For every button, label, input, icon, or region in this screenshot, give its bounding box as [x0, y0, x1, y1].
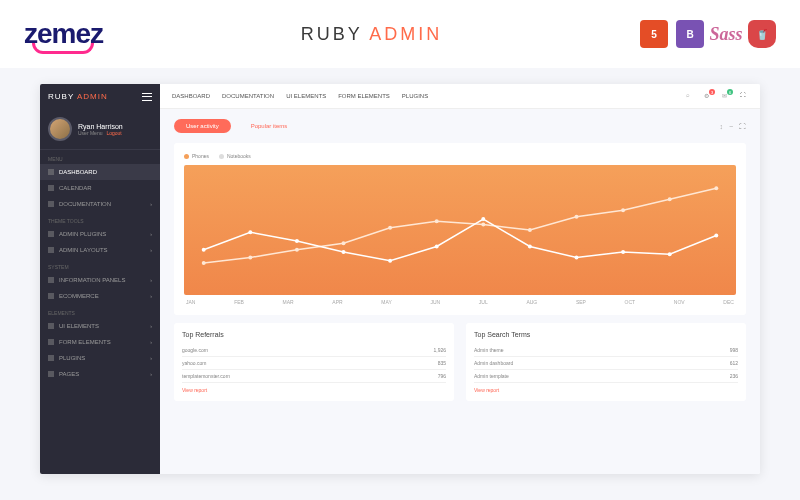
user-block[interactable]: Ryan Harrison User MenuLogout: [40, 109, 160, 150]
app-logo: RUBY ADMIN: [48, 92, 108, 101]
nav-icon: [48, 201, 54, 207]
nav-icon: [48, 293, 54, 299]
x-tick: MAR: [283, 299, 294, 305]
content-area: User activity Popular items ↕ − ⛶ Phones…: [160, 109, 760, 474]
nav-icon: [48, 231, 54, 237]
card-expand-icon[interactable]: ⛶: [739, 123, 746, 130]
table-row: templatemonster.com796: [182, 370, 446, 383]
svg-point-4: [388, 226, 392, 230]
sidebar-item-ecommerce[interactable]: ECOMMERCE›: [40, 288, 160, 304]
chevron-right-icon: ›: [150, 355, 152, 361]
sidebar-item-plugins[interactable]: PLUGINS›: [40, 350, 160, 366]
sidebar-item-admin-plugins[interactable]: ADMIN PLUGINS›: [40, 226, 160, 242]
table-row: Admin template236: [474, 370, 738, 383]
topnav-item-dashboard[interactable]: DASHBOARD: [172, 93, 210, 99]
svg-point-15: [342, 250, 346, 254]
chart-card: Phones Notebooks JANFEBMARAPRMAYJUNJULAU…: [174, 143, 746, 315]
chevron-right-icon: ›: [150, 293, 152, 299]
x-tick: JAN: [186, 299, 195, 305]
svg-point-2: [295, 248, 299, 252]
svg-point-14: [295, 239, 299, 243]
svg-point-16: [388, 259, 392, 263]
x-axis: JANFEBMARAPRMAYJUNJULAUGSEPOCTNOVDEC: [184, 295, 736, 305]
card-move-icon[interactable]: ↕: [719, 123, 723, 130]
logout-link[interactable]: Logout: [106, 130, 121, 136]
svg-point-10: [668, 197, 672, 201]
notifications-icon[interactable]: ✉6: [722, 92, 730, 100]
chevron-right-icon: ›: [150, 247, 152, 253]
chevron-right-icon: ›: [150, 323, 152, 329]
nav-icon: [48, 247, 54, 253]
tab-bar: User activity Popular items ↕ − ⛶: [174, 119, 746, 133]
x-tick: JUN: [430, 299, 440, 305]
view-report-link[interactable]: View report: [182, 387, 446, 393]
card-collapse-icon[interactable]: −: [729, 123, 733, 130]
legend-dot-icon: [219, 154, 224, 159]
nav-icon: [48, 185, 54, 191]
tab-user-activity[interactable]: User activity: [174, 119, 231, 133]
user-name: Ryan Harrison: [78, 123, 123, 130]
legend-phones[interactable]: Phones: [184, 153, 209, 159]
svg-point-13: [248, 230, 252, 234]
sidebar-item-information-panels[interactable]: INFORMATION PANELS›: [40, 272, 160, 288]
nav-icon: [48, 277, 54, 283]
svg-point-11: [714, 186, 718, 190]
sidebar-item-pages[interactable]: PAGES›: [40, 366, 160, 382]
svg-point-19: [528, 245, 532, 249]
expand-icon[interactable]: ⛶: [740, 92, 748, 100]
sidebar-section-label: System: [40, 258, 160, 272]
sidebar-section-label: Theme tools: [40, 212, 160, 226]
nav-icon: [48, 371, 54, 377]
x-tick: MAY: [381, 299, 391, 305]
card-actions: ↕ − ⛶: [719, 123, 746, 130]
main-panel: DASHBOARDDOCUMENTATIONUI ELEMENTSFORM EL…: [160, 84, 760, 474]
settings-icon[interactable]: ⚙3: [704, 92, 712, 100]
html5-badge-icon: 5: [640, 20, 668, 48]
legend-notebooks[interactable]: Notebooks: [219, 153, 251, 159]
bootstrap-badge-icon: B: [676, 20, 704, 48]
x-tick: DEC: [723, 299, 734, 305]
sidebar-section-label: Elements: [40, 304, 160, 318]
table-title: Top Search Terms: [474, 331, 738, 338]
table-row: Admin dashboard612: [474, 357, 738, 370]
svg-point-22: [668, 252, 672, 256]
view-report-link[interactable]: View report: [474, 387, 738, 393]
menu-toggle-icon[interactable]: [142, 93, 152, 101]
x-tick: JUL: [479, 299, 488, 305]
sass-badge-icon: Sass: [712, 20, 740, 48]
svg-point-17: [435, 245, 439, 249]
nav-icon: [48, 169, 54, 175]
chevron-right-icon: ›: [150, 231, 152, 237]
tech-badges: 5 B Sass 🥤: [640, 20, 776, 48]
svg-point-23: [714, 234, 718, 238]
svg-point-6: [481, 223, 485, 227]
sidebar-item-documentation[interactable]: DOCUMENTATION›: [40, 196, 160, 212]
x-tick: NOV: [674, 299, 685, 305]
topnav-item-form-elements[interactable]: FORM ELEMENTS: [338, 93, 390, 99]
topnav-item-ui-elements[interactable]: UI ELEMENTS: [286, 93, 326, 99]
topnav-item-documentation[interactable]: DOCUMENTATION: [222, 93, 274, 99]
tab-popular-items[interactable]: Popular items: [239, 119, 300, 133]
sidebar-item-calendar[interactable]: CALENDAR: [40, 180, 160, 196]
x-tick: AUG: [526, 299, 537, 305]
avatar: [48, 117, 72, 141]
table-row: google.com1,926: [182, 344, 446, 357]
sidebar-item-form-elements[interactable]: FORM ELEMENTS›: [40, 334, 160, 350]
svg-point-20: [575, 256, 579, 260]
topnav-item-plugins[interactable]: PLUGINS: [402, 93, 428, 99]
legend-dot-icon: [184, 154, 189, 159]
top-referrals-table: Top Referrals google.com1,926yahoo.com83…: [174, 323, 454, 401]
sidebar-item-dashboard[interactable]: DASHBOARD: [40, 164, 160, 180]
search-icon[interactable]: ⌕: [686, 92, 694, 100]
chevron-right-icon: ›: [150, 277, 152, 283]
chevron-right-icon: ›: [150, 339, 152, 345]
svg-point-5: [435, 219, 439, 223]
sidebar-header: RUBY ADMIN: [40, 84, 160, 109]
table-row: yahoo.com835: [182, 357, 446, 370]
table-title: Top Referrals: [182, 331, 446, 338]
svg-point-7: [528, 228, 532, 232]
sidebar-item-admin-layouts[interactable]: ADMIN LAYOUTS›: [40, 242, 160, 258]
sidebar-item-ui-elements[interactable]: UI ELEMENTS›: [40, 318, 160, 334]
x-tick: FEB: [234, 299, 244, 305]
app-frame: RUBY ADMIN Ryan Harrison User MenuLogout…: [40, 84, 760, 474]
